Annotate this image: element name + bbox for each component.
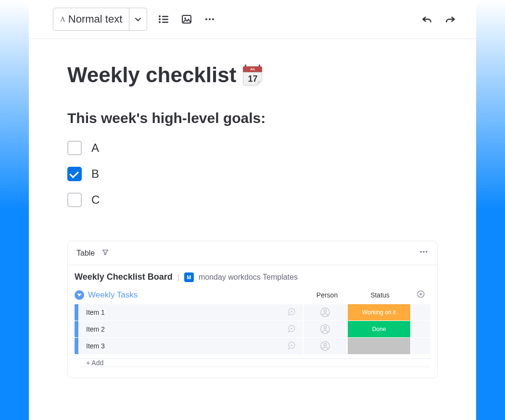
svg-point-0: [159, 15, 161, 17]
svg-point-8: [205, 18, 207, 20]
row-name-text: Item 1: [86, 309, 105, 316]
calendar-icon: JUL 17: [242, 64, 263, 86]
editor-toolbar: A Normal text: [29, 0, 476, 39]
frame-blur-left: [0, 0, 29, 420]
person-icon: [320, 307, 330, 318]
text-style-dropdown[interactable]: A Normal text: [53, 8, 147, 31]
more-options-button[interactable]: [203, 12, 216, 26]
add-row[interactable]: + Add: [75, 355, 430, 371]
svg-point-10: [212, 18, 214, 20]
redo-icon: [444, 13, 456, 25]
image-icon: [181, 13, 192, 25]
goal-checkbox-a[interactable]: [67, 141, 82, 155]
board-separator: |: [177, 273, 179, 282]
row-name-text: Item 2: [86, 325, 105, 333]
svg-point-12: [423, 251, 424, 252]
image-button[interactable]: [180, 12, 193, 26]
board-tabs: Table: [68, 241, 437, 265]
row-accent: [75, 321, 78, 337]
group-name[interactable]: Weekly Tasks: [88, 290, 138, 300]
text-style-caret[interactable]: [129, 8, 147, 30]
row-person-cell[interactable]: [303, 304, 347, 321]
column-headers: Person Status: [305, 290, 430, 300]
add-update-button[interactable]: [287, 308, 296, 318]
row-accent: [75, 338, 78, 354]
table-row: Item 1 Working on it: [75, 304, 430, 321]
document-page: A Normal text Weekly checklist: [29, 0, 476, 420]
text-style-label: Normal text: [68, 13, 122, 25]
svg-rect-3: [162, 19, 168, 20]
row-status-cell[interactable]: Done: [348, 321, 410, 337]
board-tab-table[interactable]: Table: [76, 249, 95, 258]
goals-heading[interactable]: This week's high-level goals:: [67, 110, 438, 126]
row-status-cell[interactable]: [348, 338, 410, 354]
goal-item: C: [67, 193, 438, 207]
add-column-button[interactable]: [411, 290, 430, 300]
goal-label[interactable]: A: [91, 141, 99, 155]
dots-horizontal-icon: [204, 13, 215, 25]
chat-plus-icon: [287, 324, 296, 333]
page-title[interactable]: Weekly checklist JUL 17: [67, 63, 438, 87]
goal-label[interactable]: B: [91, 167, 99, 181]
row-name-cell[interactable]: Item 3: [79, 338, 303, 354]
svg-rect-1: [162, 16, 168, 17]
board-embed: Table Weekly Checklist Board | M monday …: [67, 241, 438, 378]
table-rows: Item 1 Working on it Item 2: [68, 304, 437, 378]
bullet-list-button[interactable]: [157, 12, 170, 26]
chat-plus-icon: [287, 341, 296, 350]
row-name-text: Item 3: [86, 342, 105, 350]
text-style-glyph-icon: A: [60, 15, 65, 24]
undo-button[interactable]: [420, 12, 434, 26]
svg-point-2: [159, 18, 161, 20]
redo-button[interactable]: [443, 12, 457, 26]
svg-point-13: [426, 251, 427, 252]
group-collapse-toggle[interactable]: [75, 290, 84, 300]
add-row-label[interactable]: + Add: [79, 358, 430, 367]
row-name-cell[interactable]: Item 2: [79, 321, 303, 337]
column-person[interactable]: Person: [305, 291, 349, 299]
plus-circle-icon: [417, 290, 425, 298]
add-update-button[interactable]: [287, 341, 296, 351]
row-end-cell: [411, 321, 430, 337]
chat-plus-icon: [287, 308, 296, 316]
frame-blur-right: [476, 0, 505, 420]
bullet-list-icon: [158, 13, 169, 25]
svg-point-11: [420, 251, 422, 252]
filter-icon: [101, 248, 109, 256]
table-row: Item 2 Done: [75, 321, 430, 337]
svg-point-4: [159, 21, 161, 23]
board-header: Weekly Checklist Board | M monday workdo…: [68, 265, 437, 286]
row-end-cell: [411, 338, 430, 354]
goal-checkbox-c[interactable]: [67, 193, 82, 207]
svg-point-7: [185, 17, 187, 19]
svg-point-18: [324, 327, 327, 330]
chevron-down-icon: [134, 15, 142, 23]
row-accent: [75, 304, 78, 321]
row-end-cell: [411, 304, 430, 321]
svg-point-16: [324, 310, 327, 313]
goal-label[interactable]: C: [91, 193, 100, 207]
goal-item: A: [67, 141, 438, 155]
row-person-cell[interactable]: [303, 338, 347, 354]
column-status[interactable]: Status: [349, 291, 411, 299]
svg-point-9: [209, 18, 211, 20]
add-update-button[interactable]: [287, 324, 296, 334]
board-title[interactable]: Weekly Checklist Board: [75, 272, 173, 282]
svg-rect-5: [162, 22, 168, 23]
person-icon: [320, 341, 330, 351]
doc-body[interactable]: Weekly checklist JUL 17 This week's high…: [29, 39, 476, 420]
row-status-cell[interactable]: Working on it: [348, 304, 410, 321]
filter-button[interactable]: [101, 248, 109, 258]
person-icon: [320, 324, 330, 334]
workspace-name[interactable]: monday workdocs Templates: [199, 273, 298, 282]
board-options-button[interactable]: [419, 247, 429, 259]
goal-checkbox-b[interactable]: [67, 167, 82, 181]
undo-icon: [421, 13, 433, 25]
row-name-cell[interactable]: Item 1: [79, 304, 303, 321]
row-person-cell[interactable]: [303, 321, 347, 337]
svg-point-20: [324, 344, 327, 346]
group-header: Weekly Tasks Person Status: [68, 286, 437, 304]
text-style-main[interactable]: A Normal text: [53, 8, 129, 30]
workspace-badge-icon: M: [184, 272, 194, 282]
table-row: Item 3: [75, 338, 430, 354]
